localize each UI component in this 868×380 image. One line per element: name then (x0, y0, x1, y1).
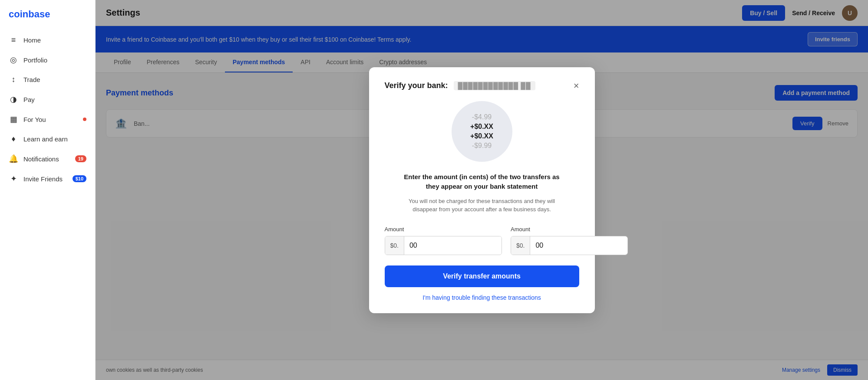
tx-amount-2: +$0.XX (470, 123, 493, 131)
sidebar-item-label: Learn and earn (23, 135, 68, 143)
sidebar-item-for-you[interactable]: ▦ For You (0, 109, 95, 129)
sidebar-item-label: Invite Friends (23, 175, 63, 183)
notification-dot (83, 118, 86, 121)
invite-icon: ✦ (9, 174, 18, 183)
sidebar-item-trade[interactable]: ↕ Trade (0, 70, 95, 89)
sidebar-item-label: Trade (23, 76, 40, 83)
modal-description: Enter the amount (in cents) of the two t… (385, 172, 579, 192)
verify-transfer-button[interactable]: Verify transfer amounts (385, 265, 579, 287)
portfolio-icon: ◎ (9, 55, 18, 65)
modal-header: Verify your bank: ████████████ ██ × (385, 81, 579, 91)
amount-group-1: Amount $0. (385, 226, 502, 255)
pay-icon: ◑ (9, 95, 18, 104)
sidebar-item-notifications[interactable]: 🔔 Notifications 19 (0, 149, 95, 169)
modal-overlay[interactable]: Verify your bank: ████████████ ██ × -$4.… (96, 0, 868, 380)
bell-icon: 🔔 (9, 154, 18, 164)
sidebar: coinbase ≡ Home ◎ Portfolio ↕ Trade ◑ Pa… (0, 0, 96, 380)
sidebar-item-home[interactable]: ≡ Home (0, 30, 95, 50)
learn-icon: ♦ (9, 134, 18, 144)
amount-inputs-row: Amount $0. Amount $0. (385, 226, 579, 255)
modal-subdescription: You will not be charged for these transa… (385, 197, 579, 214)
verify-bank-modal: Verify your bank: ████████████ ██ × -$4.… (369, 67, 595, 313)
sidebar-item-label: Notifications (23, 155, 59, 163)
amount-input-wrapper-1: $0. (385, 236, 502, 255)
modal-bank-name-masked: ████████████ ██ (454, 81, 535, 90)
amount-label-2: Amount (511, 226, 628, 233)
amount-prefix-2: $0. (511, 236, 530, 255)
modal-title: Verify your bank: ████████████ ██ (385, 81, 574, 90)
sidebar-logo: coinbase (0, 9, 95, 30)
sidebar-item-invite-friends[interactable]: ✦ Invite Friends $10 (0, 169, 95, 189)
modal-title-prefix: Verify your bank: (385, 81, 448, 90)
sidebar-item-portfolio[interactable]: ◎ Portfolio (0, 50, 95, 70)
amount-input-1[interactable] (404, 236, 502, 255)
amount-group-2: Amount $0. (511, 226, 628, 255)
for-you-icon: ▦ (9, 115, 18, 124)
notifications-badge: 19 (75, 155, 86, 162)
trouble-link[interactable]: I'm having trouble finding these transac… (385, 294, 579, 301)
home-icon: ≡ (9, 36, 18, 45)
modal-close-button[interactable]: × (574, 81, 579, 91)
sidebar-item-label: Portfolio (23, 56, 47, 64)
sidebar-item-learn-earn[interactable]: ♦ Learn and earn (0, 129, 95, 149)
amount-input-2[interactable] (530, 236, 627, 255)
sidebar-item-pay[interactable]: ◑ Pay (0, 89, 95, 109)
trade-icon: ↕ (9, 75, 18, 84)
amount-label-1: Amount (385, 226, 502, 233)
amount-prefix-1: $0. (385, 236, 404, 255)
sidebar-item-label: Home (23, 36, 41, 44)
sidebar-item-label: Pay (23, 96, 35, 103)
transaction-circle: -$4.99 +$0.XX +$0.XX -$9.99 (452, 101, 512, 162)
tx-amount-1: -$4.99 (472, 113, 492, 121)
invite-badge: $10 (73, 175, 86, 182)
tx-amount-3: +$0.XX (470, 132, 493, 140)
sidebar-item-label: For You (23, 116, 46, 123)
main-content: Settings Buy / Sell Send / Receive U Inv… (96, 0, 868, 380)
amount-input-wrapper-2: $0. (511, 236, 628, 255)
tx-amount-4: -$9.99 (472, 142, 492, 150)
